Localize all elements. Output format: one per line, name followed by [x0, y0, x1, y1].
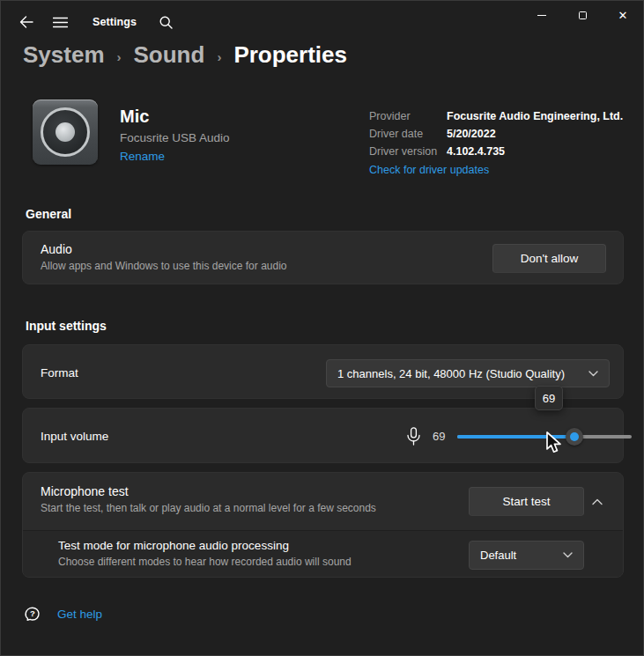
input-volume-value: 69	[433, 430, 450, 443]
titlebar: Settings ✕	[1, 1, 643, 41]
microphone-test-title: Microphone test	[41, 484, 376, 498]
hamburger-menu-button[interactable]	[43, 8, 77, 36]
format-dropdown[interactable]: 1 channels, 24 bit, 48000 Hz (Studio Qua…	[326, 359, 610, 387]
check-driver-updates-link[interactable]: Check for driver updates	[369, 164, 623, 176]
driver-info-value: 5/20/2022	[447, 128, 496, 140]
close-icon: ✕	[618, 10, 628, 21]
test-mode-dropdown-value: Default	[480, 549, 556, 562]
driver-info-label: Provider	[369, 110, 447, 122]
dont-allow-button[interactable]: Don't allow	[492, 244, 606, 273]
driver-info-label: Driver date	[369, 128, 447, 140]
section-title-general: General	[26, 207, 71, 221]
driver-info: Provider Focusrite Audio Engineering, Lt…	[369, 110, 623, 176]
chevron-down-icon	[563, 552, 573, 558]
chevron-down-icon	[588, 371, 598, 377]
footer: ? Get help	[24, 605, 102, 623]
breadcrumb-system[interactable]: System	[23, 41, 105, 69]
driver-info-row: Provider Focusrite Audio Engineering, Lt…	[369, 110, 623, 122]
minimize-icon	[537, 15, 546, 16]
slider-fill	[457, 435, 574, 439]
page-title: Properties	[233, 41, 347, 69]
format-card: Format 1 channels, 24 bit, 48000 Hz (Stu…	[22, 344, 624, 399]
test-mode-dropdown[interactable]: Default	[469, 541, 584, 570]
section-title-input-settings: Input settings	[26, 319, 107, 333]
breadcrumb-sound[interactable]: Sound	[134, 41, 205, 69]
microphone-test-card: Microphone test Start the test, then tal…	[22, 472, 624, 578]
driver-info-label: Driver version	[369, 145, 447, 158]
breadcrumb-separator-icon: ›	[217, 47, 221, 64]
test-mode-description: Choose different modes to hear how recor…	[58, 556, 352, 568]
chevron-up-icon	[592, 498, 603, 505]
driver-info-row: Driver version 4.102.4.735	[369, 145, 623, 158]
device-name: Mic	[120, 107, 230, 127]
maximize-icon	[579, 11, 587, 19]
breadcrumb-separator-icon: ›	[117, 47, 122, 64]
microphone-icon	[407, 427, 420, 446]
hamburger-icon	[53, 17, 68, 28]
driver-info-value: 4.102.4.735	[447, 145, 505, 158]
collapse-expander-button[interactable]	[585, 492, 610, 512]
get-help-link[interactable]: Get help	[57, 608, 102, 621]
input-volume-card: Input volume 69	[22, 408, 624, 463]
svg-text:?: ?	[30, 608, 35, 618]
input-volume-label: Input volume	[41, 430, 108, 443]
search-icon	[159, 16, 173, 29]
driver-info-row: Driver date 5/20/2022	[369, 128, 623, 140]
close-button[interactable]: ✕	[603, 1, 643, 29]
rename-link[interactable]: Rename	[120, 150, 230, 163]
audio-row-description: Allow apps and Windows to use this devic…	[41, 260, 287, 272]
slider-value-tooltip: 69	[535, 386, 563, 410]
driver-info-value: Focusrite Audio Engineering, Ltd.	[447, 110, 623, 122]
microphone-test-description: Start the test, then talk or play audio …	[41, 502, 376, 514]
minimize-button[interactable]	[522, 1, 562, 29]
device-header: Mic Focusrite USB Audio Rename	[33, 100, 230, 165]
app-title: Settings	[93, 16, 137, 28]
speaker-device-icon	[33, 100, 98, 165]
search-button[interactable]	[149, 8, 182, 36]
maximize-button[interactable]	[562, 1, 603, 29]
test-mode-row: Test mode for microphone audio processin…	[23, 530, 623, 578]
input-volume-slider[interactable]	[457, 428, 632, 446]
slider-thumb[interactable]	[566, 428, 583, 446]
format-label: Format	[41, 366, 78, 380]
back-button[interactable]	[10, 8, 43, 36]
audio-permission-card: Audio Allow apps and Windows to use this…	[22, 231, 624, 284]
audio-row-title: Audio	[41, 242, 287, 256]
test-mode-title: Test mode for microphone audio processin…	[58, 539, 352, 552]
breadcrumb: System › Sound › Properties	[23, 41, 347, 69]
start-test-button[interactable]: Start test	[469, 487, 584, 516]
device-subtitle: Focusrite USB Audio	[120, 131, 230, 144]
back-arrow-icon	[19, 16, 33, 28]
get-help-icon: ?	[24, 605, 41, 623]
format-dropdown-value: 1 channels, 24 bit, 48000 Hz (Studio Qua…	[337, 367, 581, 380]
